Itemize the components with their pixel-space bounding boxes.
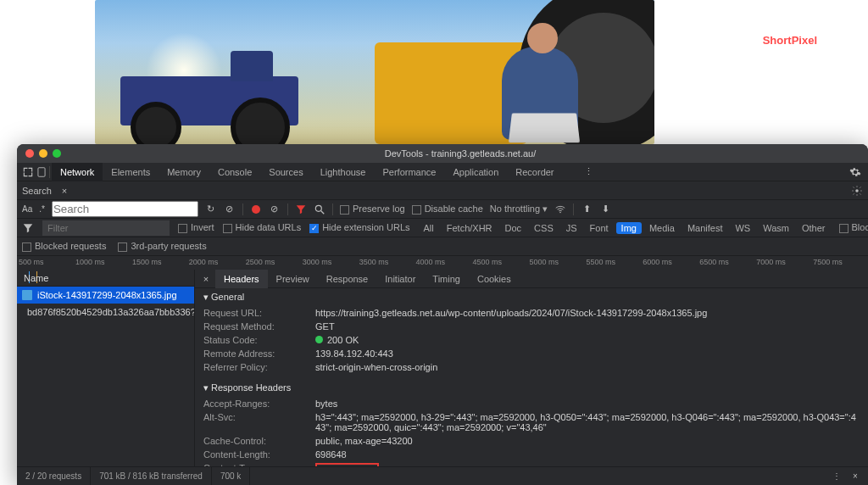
device-icon[interactable] [36,166,47,178]
detail-tab-initiator[interactable]: Initiator [376,270,424,288]
header-value: strict-origin-when-cross-origin [315,362,860,372]
minimize-window-button[interactable] [39,149,47,158]
wifi-icon[interactable] [554,203,566,215]
top-tab-console[interactable]: Console [209,163,260,181]
type-pill-js[interactable]: JS [561,222,582,234]
header-key: Content-Length: [203,449,315,460]
blocked-cookies-toggle[interactable]: Blocked response cookies [852,222,869,232]
disable-cache-toggle[interactable]: Disable cache [425,203,483,214]
header-row: Referrer Policy:strict-origin-when-cross… [195,360,868,374]
request-name: bd876f8520b4529db13a326aa7bbb336?s=52&d… [27,307,194,317]
request-list: Name iStock-143917299-2048x1365.jpgbd876… [17,270,195,466]
blocked-requests-toggle[interactable]: Blocked requests [35,241,106,251]
top-tab-lighthouse[interactable]: Lighthouse [312,163,375,181]
header-value: 200 OK [315,335,860,345]
top-tab-recorder[interactable]: Recorder [507,163,562,181]
top-tab-sources[interactable]: Sources [260,163,311,181]
more-icon[interactable]: ⋮ [583,166,595,178]
type-pill-manifest[interactable]: Manifest [682,222,728,234]
top-tab-elements[interactable]: Elements [103,163,159,181]
timeline-tick: 6500 ms [698,258,754,266]
svg-point-2 [315,205,321,211]
header-key: Status Code: [203,335,315,345]
type-pill-img[interactable]: Img [616,222,642,234]
close-icon[interactable]: × [58,185,70,197]
filter-row: Invert Hide data URLs Hide extension URL… [17,219,868,237]
filter-icon[interactable] [22,222,34,234]
header-value: GET [315,321,860,332]
filter-icon[interactable] [295,203,307,215]
status-dot-icon [315,336,323,343]
regex-toggle[interactable]: .* [39,204,45,214]
close-detail-button[interactable]: × [198,274,214,284]
svg-rect-0 [38,167,45,176]
header-row: Content-Length:698648 [195,448,868,461]
header-row: Cache-Control:public, max-age=43200 [195,434,868,448]
request-row[interactable]: bd876f8520b4529db13a326aa7bbb336?s=52&d… [17,304,194,321]
devtools-window: DevTools - training3.getleads.net.au/ Ne… [17,144,868,485]
detail-tabs[interactable]: × HeadersPreviewResponseInitiatorTimingC… [195,270,868,288]
header-row: Alt-Svc:h3=":443"; ma=2592000, h3-29=":4… [195,410,868,434]
type-pill-media[interactable]: Media [644,222,680,234]
header-value: bytes [315,399,860,409]
detail-tab-headers[interactable]: Headers [215,270,268,288]
header-value: https://training3.getleads.net.au/wp-con… [315,308,860,318]
throttling-select[interactable]: No throttling ▾ [490,203,548,215]
detail-tab-response[interactable]: Response [318,270,377,288]
search-input[interactable] [52,201,198,217]
inspect-icon[interactable] [22,166,34,178]
timeline-tick: 5000 ms [527,258,584,266]
hide-extension-urls-toggle[interactable]: Hide extension URLs [322,222,409,232]
header-key: Accept-Ranges: [203,399,315,409]
request-list-header[interactable]: Name [17,270,194,287]
third-party-toggle[interactable]: 3rd-party requests [131,241,206,251]
download-icon[interactable]: ⬇ [599,203,611,215]
top-tab-performance[interactable]: Performance [374,163,444,181]
zoom-window-button[interactable] [53,149,61,158]
top-tab-memory[interactable]: Memory [159,163,209,181]
timeline-tick: 2500 ms [244,258,301,266]
general-section-header[interactable]: ▾ General [195,288,868,306]
hero-image [95,0,654,144]
detail-tab-preview[interactable]: Preview [268,270,318,288]
search-bar: Search × [17,181,868,200]
type-pill-wasm[interactable]: Wasm [758,222,794,234]
top-tab-network[interactable]: Network [52,163,103,181]
type-pill-css[interactable]: CSS [529,222,559,234]
invert-toggle[interactable]: Invert [191,222,214,232]
request-row[interactable]: iStock-143917299-2048x1365.jpg [17,287,194,304]
type-pill-font[interactable]: Font [585,222,614,234]
clear-icon[interactable]: ⊘ [224,203,236,215]
request-name: iStock-143917299-2048x1365.jpg [37,290,177,300]
detail-tab-timing[interactable]: Timing [424,270,469,288]
top-tab-application[interactable]: Application [444,163,507,181]
type-pill-other[interactable]: Other [797,222,831,234]
timeline-tick: 1500 ms [131,258,187,266]
refresh-icon[interactable]: ↻ [205,203,217,215]
top-tabs[interactable]: NetworkElementsMemoryConsoleSourcesLight… [17,163,868,181]
preserve-log-toggle[interactable]: Preserve log [353,203,405,214]
console-drawer-icon[interactable]: ⋮ [831,471,843,482]
response-headers-section-header[interactable]: ▾ Response Headers [195,379,868,397]
close-drawer-icon[interactable]: × [849,471,861,482]
traffic-lights[interactable] [25,149,61,158]
type-pill-doc[interactable]: Doc [500,222,527,234]
timeline-tick: 7000 ms [754,258,811,266]
settings-icon[interactable] [849,166,861,178]
search-icon[interactable] [314,203,326,215]
stop-icon[interactable]: ⊘ [269,203,281,215]
timeline-tick: 500 ms [17,258,74,266]
hide-data-urls-toggle[interactable]: Hide data URLs [236,222,302,232]
upload-icon[interactable]: ⬆ [581,203,593,215]
detail-tab-cookies[interactable]: Cookies [469,270,520,288]
settings-icon[interactable] [851,185,863,197]
request-count: 2 / 20 requests [17,467,91,486]
type-pill-fetch-xhr[interactable]: Fetch/XHR [442,222,498,234]
type-pill-ws[interactable]: WS [730,222,755,234]
type-pill-all[interactable]: All [419,222,439,234]
close-window-button[interactable] [25,149,34,158]
filter-input[interactable] [42,220,170,236]
match-case-toggle[interactable]: Aa [22,204,32,214]
header-row: Request Method:GET [195,320,868,333]
record-icon[interactable] [250,203,262,215]
